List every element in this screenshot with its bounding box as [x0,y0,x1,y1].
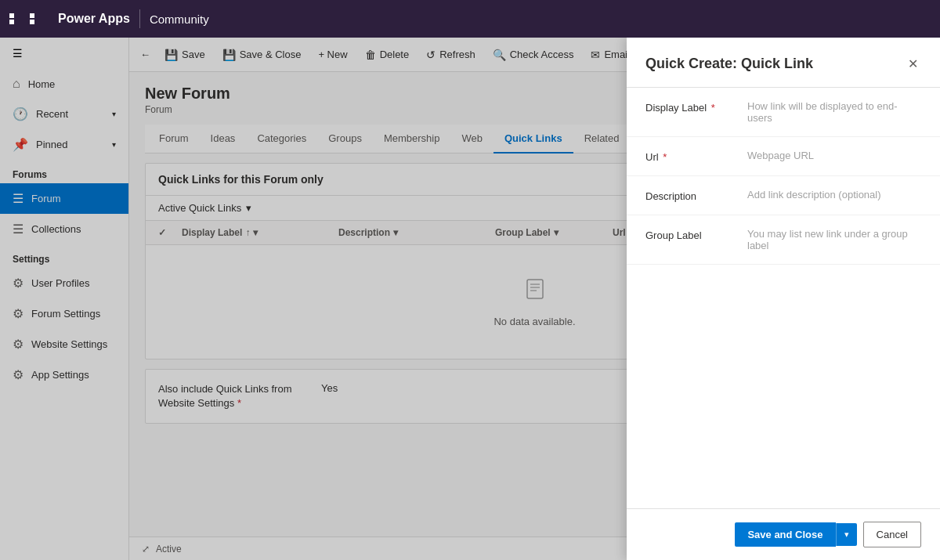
page-wrapper: Power Apps Community ☰ ⌂ Home 🕐 Recent ▾… [0,0,940,560]
url-label: Url * [645,150,747,163]
panel-body: Display Label * How link will be display… [627,88,940,508]
panel-cancel-button[interactable]: Cancel [863,522,921,547]
display-label-value[interactable]: How link will be displayed to end-users [747,100,921,124]
panel-save-chevron-button[interactable]: ▾ [836,523,857,546]
panel-title: Quick Create: Quick Link [645,56,813,72]
apps-grid-icon[interactable] [9,13,49,24]
group-label-label: Group Label [645,228,747,241]
url-value[interactable]: Webpage URL [747,150,921,161]
description-label: Description [645,189,747,202]
group-label-value[interactable]: You may list new link under a group labe… [747,228,921,251]
field-url: Url * Webpage URL [627,137,940,176]
field-group-label: Group Label You may list new link under … [627,215,940,265]
panel-save-close-button[interactable]: Save and Close [735,522,835,547]
top-nav: Power Apps Community [0,0,940,38]
field-description: Description Add link description (option… [627,176,940,215]
brand-label: Power Apps [58,12,130,26]
display-label-label: Display Label * [645,100,747,114]
description-value[interactable]: Add link description (optional) [747,189,921,201]
nav-divider [139,9,140,28]
panel-close-button[interactable]: ✕ [905,53,921,74]
url-required: * [663,151,667,163]
display-label-required: * [711,102,715,114]
below-nav: ☰ ⌂ Home 🕐 Recent ▾ 📌 Pinned ▾ Forums ☰ … [0,38,940,560]
community-label: Community [150,13,209,26]
quick-create-panel: Quick Create: Quick Link ✕ Display Label… [627,38,940,560]
field-display-label: Display Label * How link will be display… [627,88,940,137]
panel-header: Quick Create: Quick Link ✕ [627,38,940,88]
panel-footer: Save and Close ▾ Cancel [627,508,940,560]
